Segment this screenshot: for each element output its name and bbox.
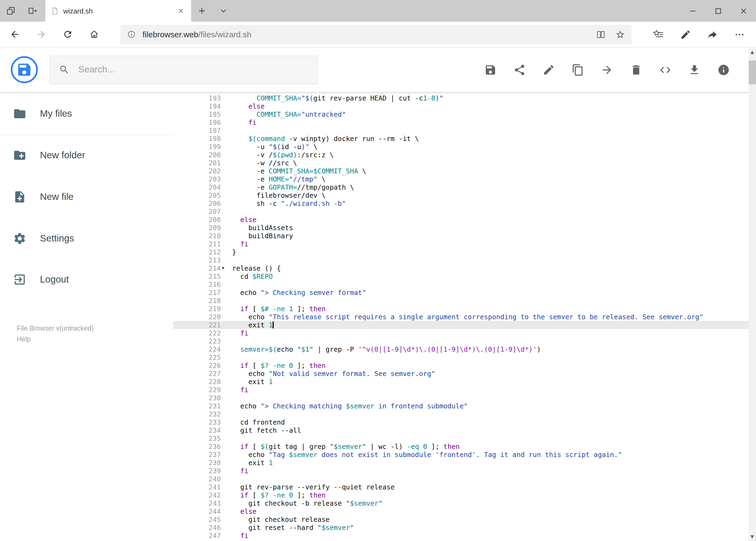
more-menu-icon[interactable] xyxy=(726,22,753,47)
code-line[interactable]: 201 -w //src \ xyxy=(173,159,756,167)
code-line[interactable]: 198 $(command -v winpty) docker run --rm… xyxy=(173,135,756,143)
edit-icon[interactable] xyxy=(542,63,555,76)
code-line[interactable]: 242 if [ $? -ne 0 ]; then xyxy=(173,491,756,499)
code-editor[interactable]: 193 COMMIT_SHA="$(git rev-parse HEAD | c… xyxy=(173,92,756,541)
code-line[interactable]: 238 exit 1 xyxy=(173,459,756,467)
page-scrollbar[interactable]: ▲ ▼ xyxy=(748,48,756,541)
code-line[interactable]: 214▾release () { xyxy=(173,264,756,272)
share-icon[interactable] xyxy=(513,63,526,76)
scroll-up-icon[interactable]: ▲ xyxy=(748,48,756,56)
code-line[interactable]: 239 fi xyxy=(173,467,756,475)
tabs-preview-icon[interactable] xyxy=(22,0,43,22)
code-line[interactable]: 218 xyxy=(173,296,756,305)
code-line[interactable]: 215 cd $REPO xyxy=(173,272,756,280)
code-line[interactable]: 233 cd frontend xyxy=(173,418,756,426)
code-line[interactable]: 246 git reset --hard "$semver" xyxy=(173,523,756,532)
code-line[interactable]: 206 sh -c "./wizard.sh -b" xyxy=(173,199,756,208)
reading-view-icon[interactable] xyxy=(596,29,606,39)
search-input[interactable] xyxy=(77,64,309,76)
home-icon[interactable] xyxy=(81,22,108,47)
code-line[interactable]: 199 -u "$(id -u)" \ xyxy=(173,143,756,151)
code-line[interactable]: 247 fi xyxy=(173,532,756,540)
web-note-pen-icon[interactable] xyxy=(672,22,699,47)
code-line[interactable]: 200 -v /$(pwd):/src:z \ xyxy=(173,151,756,159)
download-icon[interactable] xyxy=(688,63,701,76)
code-line[interactable]: 220 echo "This release script requires a… xyxy=(173,313,756,321)
code-line[interactable]: 221 exit 1 xyxy=(173,321,756,329)
code-line[interactable]: 208 else xyxy=(173,216,756,224)
sidebar-item-new-folder[interactable]: New folder xyxy=(0,135,173,176)
code-line[interactable]: 203 -e HOME="//tmp" \ xyxy=(173,175,756,183)
sidebar-item-my-files[interactable]: My files xyxy=(0,93,173,134)
filebrowser-logo[interactable] xyxy=(11,56,38,83)
fold-marker-icon[interactable]: ▾ xyxy=(221,264,232,272)
sidebar-item-settings[interactable]: Settings xyxy=(0,218,173,259)
code-line[interactable]: 217 echo "> Checking semver format" xyxy=(173,288,756,296)
code-line[interactable]: 209 buildAssets xyxy=(173,224,756,232)
tab-list-chevron-icon[interactable] xyxy=(213,0,234,22)
code-line[interactable]: 196 fi xyxy=(173,118,756,126)
address-bar[interactable]: filebrowser.web/files/wizard.sh xyxy=(121,25,631,44)
share-page-icon[interactable] xyxy=(699,22,726,47)
code-line[interactable]: 213 xyxy=(173,256,756,264)
code-line[interactable]: 202 -e COMMIT_SHA=$COMMIT_SHA \ xyxy=(173,167,756,175)
code-line[interactable]: 236 if [ $(git tag | grep "$semver" | wc… xyxy=(173,442,756,450)
delete-icon[interactable] xyxy=(630,63,642,76)
search-box[interactable] xyxy=(50,55,318,84)
code-line[interactable]: 197 xyxy=(173,126,756,135)
code-line[interactable]: 216 xyxy=(173,280,756,288)
tab-close-icon[interactable] xyxy=(176,6,186,16)
favorite-star-icon[interactable] xyxy=(616,29,625,39)
code-line[interactable]: 232 xyxy=(173,410,756,418)
browser-tab[interactable]: wizard.sh xyxy=(45,0,191,22)
code-line[interactable]: 235 xyxy=(173,434,756,442)
copy-icon[interactable] xyxy=(571,63,584,76)
code-line[interactable]: 237 echo "Tag $semver does not exist in … xyxy=(173,450,756,459)
code-line[interactable]: 240 xyxy=(173,475,756,483)
code-line[interactable]: 205 filebrowser/dev \ xyxy=(173,191,756,199)
code-line[interactable]: 194 else xyxy=(173,102,756,110)
refresh-icon[interactable] xyxy=(55,22,81,47)
move-icon[interactable] xyxy=(601,63,614,76)
maximize-button[interactable] xyxy=(705,0,731,22)
code-line[interactable]: 204 -e GOPATH=//tmp/gopath \ xyxy=(173,183,756,191)
code-line[interactable]: 226 if [ $? -ne 0 ]; then xyxy=(173,361,756,369)
code-line[interactable]: 211 fi xyxy=(173,240,756,248)
sidebar-item-logout[interactable]: Logout xyxy=(0,259,173,300)
code-line[interactable]: 245 git checkout release xyxy=(173,515,756,523)
scrollbar-thumb[interactable] xyxy=(748,61,756,84)
code-line[interactable]: 219 if [ $# -ne 1 ]; then xyxy=(173,305,756,313)
code-line[interactable]: 195 COMMIT_SHA="untracked" xyxy=(173,110,756,118)
code-line[interactable]: 229 fi xyxy=(173,386,756,394)
code-line[interactable]: 222 fi xyxy=(173,329,756,337)
code-line[interactable]: 224 semver=$(echo "$1" | grep -P '^v(0|[… xyxy=(173,345,756,353)
code-line[interactable]: 230 xyxy=(173,394,756,402)
code-line[interactable]: 223 xyxy=(173,337,756,345)
close-button[interactable] xyxy=(731,0,756,22)
code-line[interactable]: 243 git checkout -b release "$semver" xyxy=(173,499,756,507)
save-icon[interactable] xyxy=(484,63,497,76)
help-link[interactable]: Help xyxy=(17,334,173,345)
forward-icon[interactable] xyxy=(28,22,55,47)
code-line[interactable]: 227 echo "Not valid semver format. See s… xyxy=(173,369,756,377)
scroll-down-icon[interactable]: ▼ xyxy=(748,532,756,541)
code-line[interactable]: 244 else xyxy=(173,507,756,515)
code-line[interactable]: 193 COMMIT_SHA="$(git rev-parse HEAD | c… xyxy=(173,94,756,102)
code-line[interactable]: 207 xyxy=(173,208,756,216)
minimize-button[interactable] xyxy=(680,0,705,22)
hub-favorites-icon[interactable] xyxy=(645,22,672,47)
set-tabs-aside-icon[interactable] xyxy=(0,0,22,22)
code-line[interactable]: 228 exit 1 xyxy=(173,377,756,386)
code-line[interactable]: 212} xyxy=(173,248,756,256)
code-line[interactable]: 234 git fetch --all xyxy=(173,426,756,434)
sidebar-item-new-file[interactable]: New file xyxy=(0,176,173,218)
code-line[interactable]: 225 xyxy=(173,353,756,361)
info-icon[interactable] xyxy=(717,63,730,76)
code-line[interactable]: 231 echo "> Checking matching $semver in… xyxy=(173,402,756,410)
code-icon[interactable] xyxy=(659,63,672,76)
code-line[interactable]: 210 buildBinary xyxy=(173,232,756,240)
new-tab-icon[interactable] xyxy=(191,0,213,22)
back-icon[interactable] xyxy=(2,22,28,47)
site-info-icon[interactable] xyxy=(127,30,136,39)
code-line[interactable]: 241 git rev-parse --verify --quiet relea… xyxy=(173,483,756,491)
